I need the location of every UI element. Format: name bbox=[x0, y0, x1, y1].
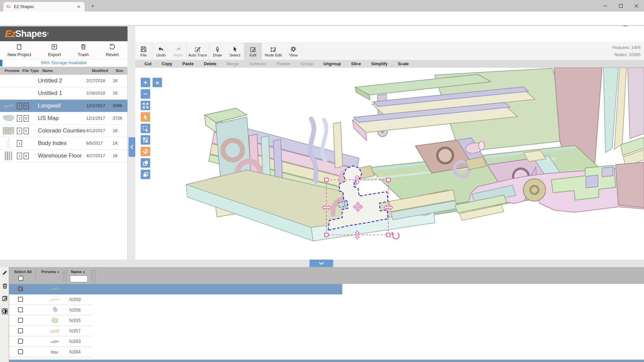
auto-trace-button[interactable]: Auto Trace bbox=[187, 43, 209, 60]
file-row[interactable]: IVUS Map12/1/2017372K bbox=[0, 112, 128, 125]
invert-contrast-icon[interactable] bbox=[2, 308, 8, 314]
panel-expand-button[interactable]: » bbox=[153, 78, 162, 87]
shape-row[interactable]: N356 bbox=[9, 305, 92, 315]
window-minimize-button[interactable] bbox=[597, 0, 613, 11]
send-backward-button[interactable] bbox=[141, 170, 150, 179]
logo-registered-mark: ® bbox=[47, 32, 49, 35]
window-close-button[interactable] bbox=[628, 0, 644, 11]
col-name[interactable]: Name bbox=[42, 67, 53, 75]
file-row[interactable]: IBody Index6/5/20171K bbox=[0, 137, 128, 150]
paste-action[interactable]: Paste bbox=[177, 62, 199, 66]
file-type-badge-v[interactable]: V bbox=[24, 115, 29, 122]
name-column-label[interactable]: Name ⇕ bbox=[71, 270, 85, 274]
preview-column-label[interactable]: Preview ⇕ bbox=[41, 270, 59, 274]
save-icon bbox=[140, 46, 147, 52]
tab-close-icon[interactable]: ✕ bbox=[76, 4, 82, 9]
file-type-badge-i[interactable]: I bbox=[17, 153, 22, 159]
bring-forward-button[interactable] bbox=[141, 158, 150, 168]
new-project-button[interactable]: New Project bbox=[7, 44, 31, 59]
delete-shape-icon[interactable] bbox=[2, 283, 8, 289]
shape-row-checkbox[interactable] bbox=[18, 349, 23, 354]
file-type-badge-i[interactable]: I bbox=[17, 128, 22, 134]
file-type-badge-v[interactable]: V bbox=[24, 103, 29, 109]
shape-row[interactable]: N384 bbox=[9, 347, 92, 357]
delete-action[interactable]: Delete bbox=[199, 62, 222, 66]
file-preview-thumbnail bbox=[0, 127, 17, 135]
zoom-out-button[interactable]: − bbox=[141, 89, 150, 99]
node-edit-button[interactable]: Node Edit bbox=[262, 43, 285, 60]
shape-name: N384 bbox=[69, 349, 80, 355]
multi-select-grid-button[interactable] bbox=[141, 135, 150, 145]
new-project-label: New Project bbox=[7, 52, 31, 57]
view-button[interactable]: View bbox=[285, 43, 302, 60]
pointer-icon bbox=[143, 114, 148, 120]
select-all-checkbox[interactable] bbox=[18, 276, 23, 281]
column-resize-grip[interactable] bbox=[90, 270, 93, 281]
horizontal-scrollbar[interactable] bbox=[9, 360, 644, 362]
scale-action[interactable]: Scale bbox=[393, 62, 414, 66]
new-tab-button[interactable]: + bbox=[89, 3, 97, 9]
file-row[interactable]: IVWarehouse Floor4/27/20171K bbox=[0, 150, 128, 162]
col-modified[interactable]: Modified bbox=[92, 67, 108, 75]
col-size[interactable]: Size bbox=[116, 67, 123, 75]
simplify-action[interactable]: Simplify bbox=[366, 62, 393, 66]
shape-row[interactable]: N359 bbox=[9, 294, 92, 305]
shape-row-checkbox[interactable] bbox=[18, 307, 23, 312]
browser-tab[interactable]: Ez EZ Shapes ✕ bbox=[3, 2, 85, 11]
snap-magnet-button[interactable] bbox=[141, 147, 150, 156]
bottom-panel-collapse-tab[interactable] bbox=[309, 260, 333, 267]
file-type-badge-v[interactable]: V bbox=[24, 153, 29, 159]
file-type-badges: IV bbox=[17, 153, 38, 159]
shape-row-checkbox[interactable] bbox=[18, 328, 23, 333]
file-type-badge-i[interactable]: I bbox=[17, 140, 22, 147]
duplicate-shape-icon[interactable] bbox=[2, 296, 8, 302]
shape-row-checkbox[interactable] bbox=[18, 297, 23, 302]
shape-row[interactable]: ✓ bbox=[9, 284, 342, 294]
edit-button[interactable]: Edit bbox=[244, 43, 262, 60]
logo-ez-mark: Ez bbox=[5, 28, 15, 40]
revert-button[interactable]: Revert bbox=[106, 44, 119, 59]
ungroup-action[interactable]: Ungroup bbox=[318, 62, 346, 66]
slice-action[interactable]: Slice bbox=[346, 62, 366, 66]
shape-row-checkbox[interactable] bbox=[18, 339, 23, 344]
window-maximize-button[interactable] bbox=[613, 0, 628, 11]
column-resize-grip[interactable] bbox=[63, 270, 66, 281]
trash-button[interactable]: Trash bbox=[78, 44, 89, 59]
col-preview[interactable]: Preview bbox=[5, 67, 19, 75]
file-row[interactable]: IVLongwall12/1/2017309K bbox=[0, 100, 128, 112]
file-row[interactable]: Untitled 22/17/20181K bbox=[0, 75, 128, 87]
shape-row-checkbox[interactable]: ✓ bbox=[18, 286, 23, 291]
sidebar-collapse-tab[interactable] bbox=[129, 137, 135, 157]
file-row[interactable]: IVColorado Counties6/12/20171K bbox=[0, 125, 128, 137]
shape-row[interactable]: N383 bbox=[9, 336, 92, 347]
shape-row[interactable] bbox=[9, 357, 92, 360]
file-type-badge-i[interactable]: I bbox=[17, 103, 22, 109]
marquee-select-button[interactable] bbox=[141, 124, 150, 133]
shape-name: N383 bbox=[69, 339, 80, 344]
cut-action[interactable]: Cut bbox=[139, 62, 157, 66]
edit-shape-icon[interactable] bbox=[2, 270, 8, 276]
file-type-badge-v[interactable]: V bbox=[24, 128, 29, 134]
shape-row-checkbox[interactable] bbox=[18, 318, 23, 323]
fit-to-screen-button[interactable] bbox=[141, 101, 150, 110]
shape-row[interactable]: N357 bbox=[9, 326, 92, 336]
main-toolbar: File Undo Redo Auto Trace Draw Select Ed… bbox=[135, 43, 644, 60]
export-button[interactable]: Export bbox=[48, 44, 61, 59]
file-list-header: Preview File Type Name Modified Size bbox=[0, 67, 128, 75]
undo-button[interactable]: Undo bbox=[152, 43, 170, 60]
draw-button[interactable]: Draw bbox=[209, 43, 226, 60]
file-modified-date: 6/5/2017 bbox=[86, 141, 113, 146]
canvas-drawing bbox=[135, 68, 644, 260]
file-type-badge-i[interactable]: I bbox=[17, 115, 22, 122]
copy-action[interactable]: Copy bbox=[157, 62, 177, 66]
file-row[interactable]: Untitled 12/16/20181K bbox=[0, 87, 128, 100]
file-button[interactable]: File bbox=[135, 43, 152, 60]
redo-button[interactable]: Redo bbox=[170, 43, 187, 60]
select-button[interactable]: Select bbox=[226, 43, 244, 60]
zoom-in-button[interactable]: + bbox=[141, 78, 150, 87]
col-file-type[interactable]: File Type bbox=[22, 67, 39, 75]
shape-row[interactable]: N355 bbox=[9, 315, 92, 326]
drawing-canvas[interactable]: + » − bbox=[135, 68, 644, 260]
pointer-select-button[interactable] bbox=[141, 112, 150, 122]
name-filter-input[interactable] bbox=[70, 275, 88, 282]
